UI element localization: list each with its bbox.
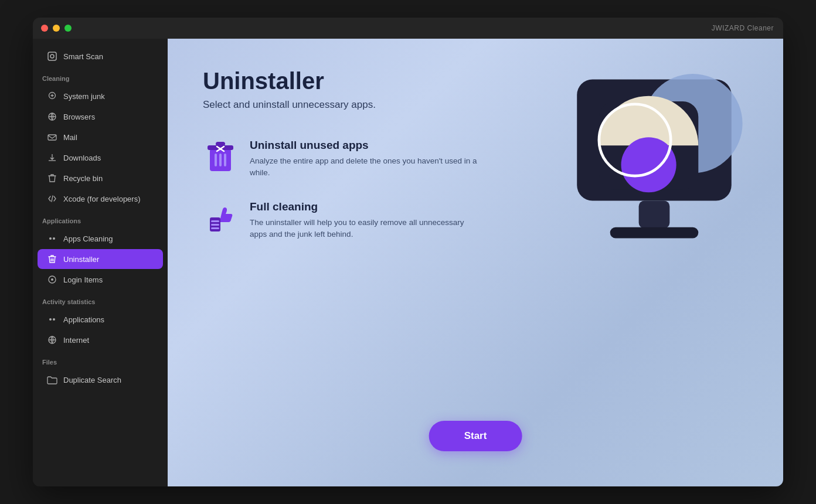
svg-rect-18 bbox=[211, 220, 219, 222]
files-section-label: Files bbox=[33, 350, 168, 369]
smart-scan-label: Smart Scan bbox=[63, 52, 103, 61]
maximize-button[interactable] bbox=[64, 25, 72, 32]
sidebar-item-smart-scan[interactable]: Smart Scan bbox=[38, 46, 163, 66]
svg-rect-13 bbox=[219, 154, 222, 166]
svg-point-5 bbox=[53, 237, 55, 240]
login-items-icon bbox=[47, 274, 57, 285]
browsers-icon bbox=[47, 111, 57, 122]
feature-uninstall-title: Uninstall unused apps bbox=[250, 139, 478, 152]
apps-cleaning-icon bbox=[47, 233, 57, 244]
main-content: Uninstaller Select and uninstall unneces… bbox=[168, 39, 783, 486]
svg-point-4 bbox=[49, 237, 52, 240]
monitor-illustration bbox=[560, 74, 748, 261]
trash-icon bbox=[205, 139, 236, 173]
sidebar-item-apps-cleaning[interactable]: Apps Cleaning bbox=[38, 229, 163, 248]
browsers-label: Browsers bbox=[63, 113, 95, 121]
downloads-icon bbox=[47, 152, 57, 163]
system-junk-icon bbox=[47, 91, 57, 101]
app-title: JWIZARD Cleaner bbox=[712, 24, 774, 32]
apps-cleaning-label: Apps Cleaning bbox=[63, 234, 113, 243]
content-area: Smart Scan Cleaning System junk bbox=[33, 39, 783, 486]
svg-rect-3 bbox=[48, 135, 56, 140]
app-window: JWIZARD Cleaner Smart Scan Cleaning bbox=[33, 18, 783, 486]
uninstaller-icon bbox=[47, 254, 57, 264]
activity-section-label: Activity statistics bbox=[33, 290, 168, 309]
feature-full-cleaning-text: Full cleaning The uninstaller will help … bbox=[250, 200, 478, 241]
svg-point-1 bbox=[50, 55, 54, 58]
sidebar-item-mail[interactable]: Mail bbox=[38, 127, 163, 147]
feature-full-cleaning-title: Full cleaning bbox=[250, 200, 478, 213]
feature-full-cleaning-desc: The uninstaller will help you to easily … bbox=[250, 217, 478, 241]
downloads-label: Downloads bbox=[63, 154, 101, 162]
applications-section-label: Applications bbox=[33, 209, 168, 228]
thumbs-up-icon bbox=[205, 201, 236, 235]
sidebar-item-uninstaller[interactable]: Uninstaller bbox=[38, 249, 163, 269]
titlebar: JWIZARD Cleaner bbox=[33, 18, 783, 39]
duplicate-search-label: Duplicate Search bbox=[63, 376, 121, 384]
feature-uninstall-unused: Uninstall unused apps Analyze the entire… bbox=[203, 139, 508, 179]
xcode-label: Xcode (for developers) bbox=[63, 195, 141, 203]
svg-point-9 bbox=[53, 318, 55, 321]
cleaning-section-label: Cleaning bbox=[33, 67, 168, 86]
minimize-button[interactable] bbox=[53, 25, 60, 32]
monitor-svg bbox=[560, 74, 748, 261]
trash-icon-wrap bbox=[203, 139, 238, 174]
system-junk-label: System junk bbox=[63, 92, 105, 101]
activity-applications-label: Applications bbox=[63, 315, 104, 324]
svg-rect-26 bbox=[639, 200, 670, 228]
sidebar-item-internet[interactable]: Internet bbox=[38, 330, 163, 350]
sidebar-item-browsers[interactable]: Browsers bbox=[38, 107, 163, 127]
login-items-label: Login Items bbox=[63, 275, 103, 284]
svg-rect-27 bbox=[610, 227, 699, 239]
activity-applications-icon bbox=[47, 314, 57, 325]
svg-rect-14 bbox=[224, 154, 226, 166]
feature-uninstall-desc: Analyze the entire app and delete the on… bbox=[250, 155, 478, 179]
thumbs-icon-wrap bbox=[203, 200, 238, 236]
svg-rect-12 bbox=[215, 154, 217, 166]
mail-label: Mail bbox=[63, 133, 77, 142]
sidebar-item-xcode[interactable]: Xcode (for developers) bbox=[38, 189, 163, 209]
svg-point-24 bbox=[621, 137, 676, 192]
smart-scan-icon bbox=[47, 51, 57, 62]
feature-uninstall-text: Uninstall unused apps Analyze the entire… bbox=[250, 139, 478, 179]
sidebar-item-duplicate-search[interactable]: Duplicate Search bbox=[38, 370, 163, 390]
feature-full-cleaning: Full cleaning The uninstaller will help … bbox=[203, 200, 508, 241]
sidebar-item-recycle-bin[interactable]: Recycle bin bbox=[38, 168, 163, 188]
sidebar-item-downloads[interactable]: Downloads bbox=[38, 148, 163, 168]
sidebar-item-activity-applications[interactable]: Applications bbox=[38, 309, 163, 329]
sidebar-item-system-junk[interactable]: System junk bbox=[38, 86, 163, 106]
internet-label: Internet bbox=[63, 336, 89, 345]
xcode-icon bbox=[47, 193, 57, 204]
svg-rect-0 bbox=[48, 52, 56, 60]
folder-icon bbox=[47, 374, 57, 385]
recycle-bin-icon bbox=[47, 173, 57, 183]
sidebar: Smart Scan Cleaning System junk bbox=[33, 39, 168, 486]
close-button[interactable] bbox=[41, 25, 48, 32]
internet-icon bbox=[47, 335, 57, 345]
recycle-bin-label: Recycle bin bbox=[63, 174, 103, 183]
start-button[interactable]: Start bbox=[429, 421, 522, 451]
svg-point-8 bbox=[49, 318, 52, 321]
traffic-lights bbox=[41, 25, 72, 32]
svg-rect-20 bbox=[211, 227, 219, 229]
mail-icon bbox=[47, 132, 57, 142]
sidebar-item-login-items[interactable]: Login Items bbox=[38, 270, 163, 290]
svg-rect-16 bbox=[216, 142, 225, 146]
svg-rect-19 bbox=[211, 224, 219, 226]
uninstaller-label: Uninstaller bbox=[63, 255, 99, 264]
svg-point-7 bbox=[51, 278, 53, 281]
